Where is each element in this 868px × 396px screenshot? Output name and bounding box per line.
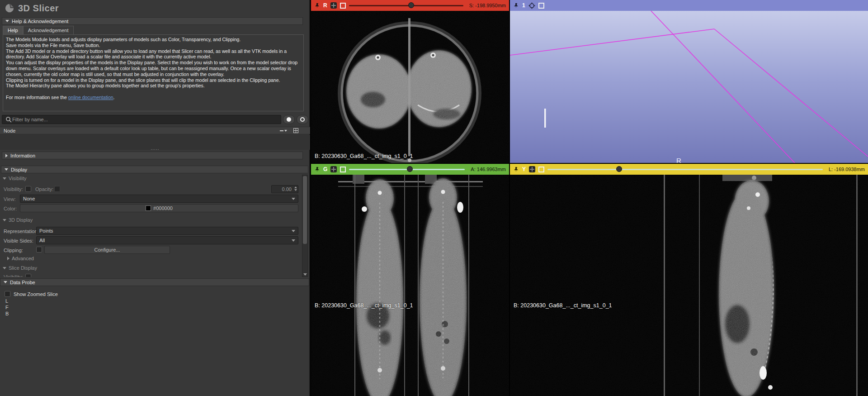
green-slice-view: G A: 146.9963mm — [311, 164, 509, 396]
node-column-label: Node — [4, 128, 15, 134]
slice-visibility-checkbox[interactable] — [25, 274, 31, 277]
slider-handle[interactable] — [616, 166, 622, 172]
subsection-title: Slice Display — [9, 265, 37, 271]
opacity-lock-icon[interactable] — [54, 186, 60, 192]
show-hidden-nodes-button[interactable] — [283, 115, 295, 124]
slice-visibility-icon[interactable] — [538, 167, 544, 172]
color-value: #000000 — [153, 205, 173, 211]
scroll-down-icon[interactable] — [303, 273, 307, 276]
help-more-prefix: For more information see the — [6, 95, 68, 100]
chevron-down-icon — [292, 198, 295, 200]
yellow-slice-image[interactable] — [510, 175, 868, 396]
slice-visibility-icon[interactable] — [340, 3, 346, 9]
slice-visibility-icon[interactable] — [340, 167, 346, 172]
section-data-probe[interactable]: Data Probe — [0, 278, 309, 286]
pin-icon[interactable] — [314, 3, 320, 9]
pin-icon[interactable] — [513, 167, 519, 172]
probe-axis-l: L — [5, 298, 8, 304]
show-zoomed-slice-label: Show Zoomed Slice — [14, 291, 58, 297]
slice-settings-icon[interactable] — [529, 166, 535, 172]
visibility-label: Visibility: — [4, 186, 23, 192]
color-picker-button[interactable]: #000000 — [20, 204, 298, 212]
opacity-value: 0.00 — [282, 186, 292, 192]
view-number: 1 — [522, 2, 525, 9]
view-visibility-icon[interactable] — [538, 3, 544, 9]
help-paragraph: The Model Hierarchy pane allows you to g… — [6, 83, 301, 89]
display-scrollbar[interactable] — [302, 175, 308, 277]
help-paragraph: The Add 3D model or a model directory bu… — [6, 48, 301, 60]
section-information[interactable]: Information — [2, 152, 303, 159]
slicer-logo-icon — [5, 3, 14, 13]
section-title: Information — [10, 153, 35, 158]
node-filter-row — [2, 115, 308, 124]
visible-sides-combobox[interactable]: All — [36, 236, 298, 244]
minus-dropdown-button[interactable] — [280, 128, 287, 133]
tab-help[interactable]: Help — [3, 26, 23, 34]
help-paragraph: Save models via the File menu, Save butt… — [6, 43, 301, 48]
red-slice-slider[interactable] — [349, 0, 463, 11]
slice-settings-icon[interactable] — [330, 166, 337, 172]
view-combobox[interactable]: None — [20, 195, 298, 203]
configure-clipping-button[interactable]: Configure... — [44, 246, 170, 254]
splitter-handle[interactable]: ..... — [0, 146, 310, 151]
slice-display-subsection[interactable]: Slice Display — [3, 265, 37, 271]
opacity-label: Opacity: — [35, 186, 53, 192]
threed-scene[interactable]: R — [510, 11, 868, 163]
chevron-down-icon — [292, 230, 295, 232]
section-help-acknowledgement[interactable]: Help & Acknowledgement — [2, 17, 303, 25]
yellow-slice-toolbar: Y L: -169.0938mm — [510, 164, 868, 175]
collapse-icon — [3, 177, 6, 180]
section-title: Data Probe — [10, 280, 35, 285]
scrollbar-thumb[interactable] — [303, 176, 307, 244]
volume-label: B: 20230630_Ga68_..._ct_img_s1_0_1 — [315, 153, 413, 159]
view-label: View: — [4, 196, 16, 202]
visibility-subsection[interactable]: Visibility — [3, 176, 27, 181]
red-slice-view: R S: -198.9950mm — [311, 0, 509, 163]
section-display[interactable]: Display — [1, 166, 308, 173]
visibility-checkbox[interactable] — [25, 186, 31, 192]
3d-display-subsection[interactable]: 3D Display — [3, 217, 33, 223]
slider-track — [349, 5, 463, 6]
green-slice-image[interactable] — [311, 175, 509, 396]
red-slice-image[interactable] — [311, 11, 509, 163]
configure-label: Configure... — [94, 247, 120, 253]
collapse-icon — [5, 168, 8, 171]
yellow-slice-view: Y L: -169.0938mm — [510, 164, 868, 396]
opacity-spinbox[interactable]: 0.00 — [271, 185, 298, 193]
help-text-pane: The Models Module loads and adjusts disp… — [3, 34, 304, 111]
representation-combobox[interactable]: Points — [36, 227, 298, 235]
help-more-line: For more information see the online docu… — [6, 95, 301, 100]
spin-down-icon[interactable] — [294, 189, 297, 191]
slider-handle[interactable] — [408, 2, 414, 8]
green-slice-toolbar: G A: 146.9963mm — [311, 164, 509, 175]
show-zoomed-slice-checkbox[interactable] — [5, 291, 10, 297]
view-letter: R — [323, 2, 327, 9]
slider-handle[interactable] — [407, 166, 413, 172]
clipping-checkbox[interactable] — [36, 247, 42, 253]
spin-up-icon[interactable] — [294, 186, 297, 188]
slice-offset: A: 146.9963mm — [471, 167, 506, 172]
slice-settings-icon[interactable] — [330, 2, 337, 9]
view-letter: Y — [522, 166, 526, 172]
advanced-subsection[interactable]: Advanced — [7, 256, 34, 261]
pin-icon[interactable] — [513, 3, 519, 9]
center-view-icon[interactable] — [528, 2, 535, 9]
orientation-marker-r: R — [676, 157, 681, 163]
green-slice-slider[interactable] — [349, 164, 465, 175]
clipping-label: Clipping: — [4, 248, 23, 253]
slice-offset: S: -198.9950mm — [469, 3, 506, 8]
display-body: Visibility Visibility: Opacity: 0.00 Vie… — [0, 174, 310, 277]
online-documentation-link[interactable]: online documentation — [68, 95, 113, 100]
subsection-title: Visibility — [9, 176, 27, 181]
help-paragraph: You can adjust the display properties of… — [6, 60, 301, 77]
table-columns-icon[interactable] — [293, 128, 298, 133]
node-header-row: Node — [0, 127, 310, 134]
view-value: None — [23, 196, 35, 201]
node-visibility-button[interactable] — [297, 115, 308, 124]
color-swatch — [146, 205, 151, 211]
tab-acknowledgement[interactable]: Acknowledgement — [23, 26, 74, 34]
filter-by-name-input[interactable] — [2, 115, 281, 124]
visible-sides-label: Visible Sides: — [4, 238, 33, 243]
yellow-slice-slider[interactable] — [547, 164, 823, 175]
pin-icon[interactable] — [314, 167, 320, 172]
